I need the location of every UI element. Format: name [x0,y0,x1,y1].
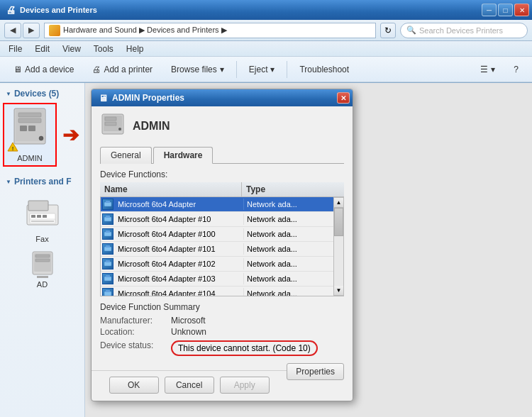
toolbar: 🖥 Add a device 🖨 Add a printer Browse fi… [0,57,532,82]
function-row-2[interactable]: Microsoft 6to4 Adapter #100 Network ada.… [101,227,333,242]
tab-hardware[interactable]: Hardware [153,147,214,164]
function-icon-2 [102,228,113,240]
eject-button[interactable]: Eject ▾ [241,60,283,79]
add-device-button[interactable]: 🖥 Add a device [6,60,82,79]
admin2-device-item[interactable]: AD [3,248,82,291]
function-type-4: Network ada... [244,258,333,269]
svg-rect-4 [20,126,27,131]
refresh-icon: ↻ [384,26,392,35]
arrow-indicator: ➔ [62,123,79,147]
function-row-0[interactable]: Microsoft 6to4 Adapter Network ada... [101,197,333,212]
add-device-label: Add a device [25,65,74,74]
functions-table-body: Microsoft 6to4 Adapter Network ada... Mi… [100,197,344,296]
svg-rect-24 [105,117,116,121]
functions-list[interactable]: Microsoft 6to4 Adapter Network ada... Mi… [100,197,334,296]
add-printer-button[interactable]: 🖨 Add a printer [84,60,160,79]
dialog-device-icon [100,113,126,139]
menu-view[interactable]: View [57,43,87,55]
toolbar-sep2 [287,61,287,78]
back-button[interactable]: ◀ [4,23,21,38]
function-name-3: Microsoft 6to4 Adapter #101 [115,243,244,255]
function-name-0: Microsoft 6to4 Adapter [115,199,244,210]
browse-files-button[interactable]: Browse files ▾ [163,60,232,79]
eject-arrow: ▾ [270,65,275,74]
device-status-label: Device status: [100,340,171,350]
apply-button[interactable]: Apply [220,377,270,394]
scrollbar-thumb[interactable] [334,208,343,236]
svg-rect-32 [106,230,110,233]
menu-help[interactable]: Help [121,43,150,55]
svg-rect-5 [28,126,35,131]
svg-rect-14 [37,215,41,218]
admin-device-item[interactable]: ! ADMIN [3,103,57,167]
window-icon: 🖨 [6,4,16,16]
menu-tools[interactable]: Tools [88,43,119,55]
svg-rect-21 [37,276,48,278]
admin2-device-icon [28,250,57,279]
devices-section-header[interactable]: ▼ Devices (5) [0,86,84,101]
function-row-6[interactable]: Microsoft 6to4 Adapter #104 Network ada.… [101,287,333,296]
close-button[interactable]: ✕ [514,4,529,16]
function-row-3[interactable]: Microsoft 6to4 Adapter #101 Network ada.… [101,242,333,257]
admin2-device-label: AD [37,280,48,289]
title-bar: 🖨 Devices and Printers ─ □ ✕ [0,0,532,20]
search-box[interactable]: 🔍 Search Devices Printers [400,23,528,38]
scroll-up-button[interactable]: ▲ [334,198,343,208]
svg-rect-19 [35,255,50,257]
tab-general[interactable]: General [100,147,152,164]
left-panel: ▼ Devices (5) [0,83,85,417]
function-type-5: Network ada... [244,273,333,284]
scroll-down-button[interactable]: ▼ [334,286,343,296]
menu-bar: File Edit View Tools Help [0,41,532,57]
function-icon-6 [102,288,113,296]
window-title: Devices and Printers [20,6,97,14]
dialog-close-button[interactable]: ✕ [337,92,350,104]
cancel-button[interactable]: Cancel [165,377,214,394]
menu-edit[interactable]: Edit [29,43,55,55]
col-type-header: Type [242,182,344,196]
location-value: Unknown [171,327,206,337]
printers-section-header[interactable]: ▼ Printers and F [0,174,84,189]
functions-scrollbar[interactable]: ▲ ▼ [334,197,344,296]
properties-button[interactable]: Properties [287,363,344,380]
refresh-button[interactable]: ↻ [380,23,396,38]
svg-rect-16 [31,221,54,222]
menu-file[interactable]: File [3,43,28,55]
dialog-device-name-label: ADMIN [133,120,170,133]
view-options-button[interactable]: ☰ ▾ [472,60,503,79]
maximize-button[interactable]: □ [498,4,513,16]
function-row-1[interactable]: Microsoft 6to4 Adapter #10 Network ada..… [101,212,333,227]
admin-properties-dialog: 🖥 ADMIN Properties ✕ [91,89,353,401]
minimize-button[interactable]: ─ [482,4,497,16]
printers-section: ▼ Printers and F Fax [0,174,84,291]
search-icon: 🔍 [406,26,416,35]
devices-triangle: ▼ [6,91,11,97]
svg-rect-13 [31,215,35,218]
add-device-icon: 🖥 [13,65,22,74]
device-functions-label: Device Functions: [100,169,344,179]
fax-device-item[interactable]: Fax [3,191,82,246]
printers-triangle: ▼ [6,179,11,185]
functions-table-container: Name Type Microsoft 6to4 Adapter [100,182,344,296]
search-placeholder: Search Devices Printers [419,26,503,35]
function-row-5[interactable]: Microsoft 6to4 Adapter #103 Network ada.… [101,272,333,287]
function-icon-0 [102,199,113,210]
svg-rect-30 [106,216,110,218]
ok-button[interactable]: OK [109,377,159,394]
dialog-icon: 🖥 [99,93,108,104]
dialog-body: ADMIN General Hardware Device Functions:… [92,106,353,370]
help-icon: ? [514,65,519,74]
address-path[interactable]: Hardware and Sound ▶ Devices and Printer… [44,23,376,38]
function-row-4[interactable]: Microsoft 6to4 Adapter #102 Network ada.… [101,257,333,272]
device-status-value: This device cannot start. (Code 10) [171,340,318,356]
svg-rect-34 [106,245,110,248]
help-button[interactable]: ? [506,60,526,79]
troubleshoot-button[interactable]: Troubleshoot [292,60,357,79]
svg-rect-25 [105,122,116,126]
scrollbar-track[interactable] [334,208,343,286]
dialog-title-bar: 🖥 ADMIN Properties ✕ [92,89,353,106]
manufacturer-label: Manufacturer: [100,316,171,326]
forward-button[interactable]: ▶ [23,23,40,38]
function-icon-4 [102,258,113,269]
svg-rect-28 [106,201,110,203]
